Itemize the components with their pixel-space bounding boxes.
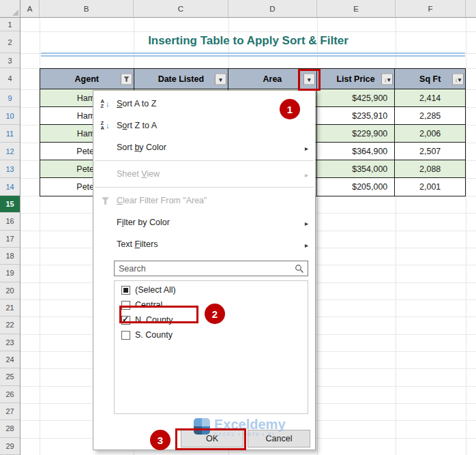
funnel-icon <box>123 76 130 82</box>
header-agent[interactable]: Agent <box>40 69 134 89</box>
excel-window: A B C D E F 1 2 3 4 9 10 11 12 13 14 15 … <box>0 0 476 455</box>
submenu-arrow-icon <box>305 141 308 153</box>
dropdown-arrow-icon <box>458 74 462 84</box>
cell-sq-ft[interactable]: 2,414 <box>395 89 465 106</box>
row-header-filtered[interactable]: 9 <box>0 89 20 107</box>
cell-list-price[interactable]: $229,900 <box>317 125 396 142</box>
filter-dropdown-menu: Sort A to Z Sort Z to A Sort by Color Sh… <box>93 90 316 450</box>
cell-sq-ft[interactable]: 2,006 <box>395 125 465 142</box>
menu-separator <box>95 187 314 188</box>
table-header-row: Agent Date Listed Area List Price <box>40 69 465 89</box>
filter-option-select-all[interactable]: (Select All) <box>115 282 308 297</box>
cell-list-price[interactable]: $425,900 <box>317 89 396 106</box>
cell-list-price[interactable]: $364,900 <box>317 143 396 160</box>
gridline <box>20 31 476 32</box>
list-price-filter-button[interactable] <box>381 73 393 85</box>
filter-value-list: (Select All) Central N. County S. County <box>114 280 308 414</box>
submenu-arrow-icon <box>305 238 308 250</box>
row-header[interactable]: 22 <box>0 317 20 334</box>
column-header-a[interactable]: A <box>20 0 40 17</box>
row-header-filtered[interactable]: 13 <box>0 160 20 178</box>
filter-option-s-county[interactable]: S. County <box>115 327 308 342</box>
column-header-partial[interactable] <box>466 0 476 17</box>
header-date-listed[interactable]: Date Listed <box>134 69 229 89</box>
title-underline <box>41 55 465 57</box>
row-header[interactable]: 19 <box>0 265 20 282</box>
menu-separator <box>95 160 314 161</box>
row-header[interactable]: 24 <box>0 351 20 368</box>
highlight-box-area-filter <box>298 69 321 91</box>
row-header[interactable]: 27 <box>0 403 20 420</box>
highlight-box-n-county <box>119 306 198 323</box>
step-badge-1: 1 <box>280 99 300 119</box>
row-header[interactable]: 16 <box>0 213 20 230</box>
search-icon <box>295 264 304 274</box>
column-header-e[interactable]: E <box>317 0 396 17</box>
row-header[interactable]: 2 <box>0 31 20 53</box>
header-sq-ft[interactable]: Sq Ft <box>395 69 465 89</box>
agent-filter-button[interactable] <box>121 73 132 85</box>
cancel-button[interactable]: Cancel <box>248 430 310 447</box>
checkbox-indeterminate-icon[interactable] <box>121 286 130 295</box>
row-header[interactable]: 25 <box>0 368 20 385</box>
cell-list-price[interactable]: $205,000 <box>317 178 396 196</box>
row-header[interactable]: 4 <box>0 68 20 89</box>
clear-filter-icon <box>93 196 117 205</box>
cell-sq-ft[interactable]: 2,285 <box>395 107 465 124</box>
row-header[interactable]: 18 <box>0 248 20 265</box>
menu-item-clear-filter: Clear Filter From "Area" <box>93 190 315 211</box>
row-header-filtered[interactable]: 11 <box>0 125 20 143</box>
submenu-arrow-icon <box>305 168 308 180</box>
menu-item-text-filters[interactable]: Text Filters <box>93 233 315 255</box>
menu-item-sort-z-to-a[interactable]: Sort Z to A <box>93 115 315 136</box>
row-header[interactable]: 29 <box>0 438 20 455</box>
sort-za-icon <box>93 121 117 130</box>
row-header[interactable]: 1 <box>0 18 20 31</box>
title-underline <box>41 53 465 54</box>
row-header[interactable]: 20 <box>0 282 20 299</box>
column-header-f[interactable]: F <box>396 0 466 17</box>
menu-item-sort-by-color[interactable]: Sort by Color <box>93 136 315 158</box>
dropdown-arrow-icon <box>387 74 391 84</box>
header-list-price[interactable]: List Price <box>317 69 396 89</box>
row-header-filtered[interactable]: 10 <box>0 107 20 125</box>
menu-item-filter-by-color[interactable]: Filter by Color <box>93 211 315 233</box>
row-header[interactable]: 28 <box>0 420 20 437</box>
row-header[interactable]: 3 <box>0 53 20 68</box>
column-headers: A B C D E F <box>20 0 476 18</box>
date-listed-filter-button[interactable] <box>215 73 226 85</box>
submenu-arrow-icon <box>305 216 308 229</box>
column-header-d[interactable]: D <box>228 0 317 17</box>
row-header[interactable]: 21 <box>0 299 20 317</box>
row-header[interactable]: 26 <box>0 386 20 403</box>
page-title: Inserting Table to Apply Sort & Filter <box>20 34 476 48</box>
cell-sq-ft[interactable]: 2,001 <box>395 178 465 196</box>
sq-ft-filter-button[interactable] <box>452 73 464 85</box>
row-header[interactable]: 23 <box>0 334 20 351</box>
search-box <box>114 261 308 276</box>
row-headers: 1 2 3 4 9 10 11 12 13 14 15 16 17 18 19 … <box>0 18 20 455</box>
highlight-box-ok <box>175 428 246 450</box>
row-header-filtered[interactable]: 12 <box>0 143 20 160</box>
cell-list-price[interactable]: $354,000 <box>317 160 396 177</box>
sort-az-icon <box>93 99 117 108</box>
checkbox-unchecked-icon[interactable] <box>121 331 130 340</box>
row-header[interactable]: 17 <box>0 231 20 248</box>
column-header-b[interactable]: B <box>40 0 134 17</box>
select-all-corner[interactable] <box>0 0 20 18</box>
row-header-active[interactable]: 15 <box>0 196 20 213</box>
step-badge-2: 2 <box>205 304 225 324</box>
cell-sq-ft[interactable]: 2,088 <box>395 160 465 177</box>
search-input[interactable] <box>115 261 308 276</box>
row-header-filtered[interactable]: 14 <box>0 178 20 196</box>
cell-sq-ft[interactable]: 2,507 <box>395 143 465 160</box>
step-badge-3: 3 <box>150 430 170 450</box>
menu-item-sheet-view: Sheet View <box>93 163 315 185</box>
cell-list-price[interactable]: $235,910 <box>317 107 396 124</box>
column-header-c[interactable]: C <box>134 0 228 17</box>
dropdown-arrow-icon <box>219 74 222 84</box>
